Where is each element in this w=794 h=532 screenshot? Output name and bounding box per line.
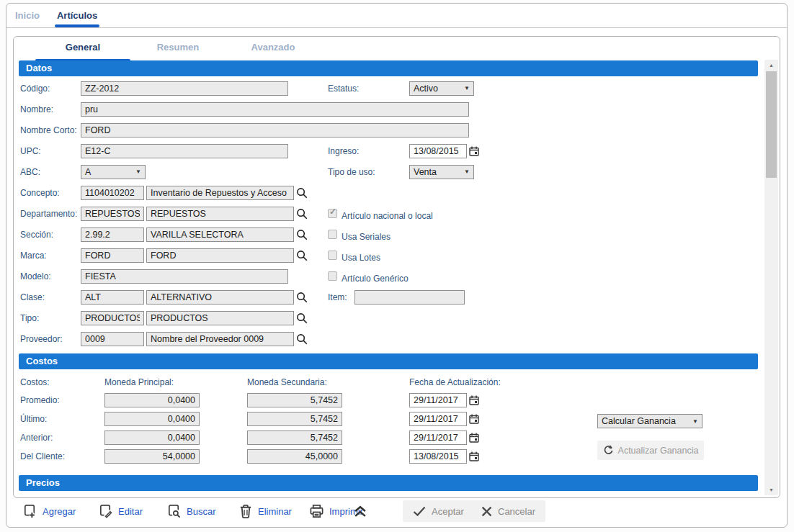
tipo-label: Tipo: [20,313,81,323]
cost-principal-input[interactable] [104,393,200,407]
nombre-corto-input[interactable] [81,123,469,137]
search-icon[interactable] [296,312,308,324]
dropdown-arrow-icon: ▼ [692,418,698,425]
abc-select[interactable]: A ▼ [81,165,146,179]
proveedor-name-input[interactable] [146,332,294,346]
seccion-label: Sección: [20,230,81,240]
seccion-name-input[interactable] [146,227,294,242]
search-icon[interactable] [296,187,308,199]
calendar-icon[interactable] [469,395,479,405]
tab-inicio[interactable]: Inicio [15,10,40,21]
checkbox-box[interactable] [328,251,337,260]
subtab-resumen[interactable]: Resumen [130,42,226,58]
proveedor-label: Proveedor: [20,334,81,344]
departamento-code-input[interactable] [81,207,144,221]
item-label: Item: [328,292,347,302]
aceptar-button[interactable]: Aceptar [403,500,474,522]
checkbox-usa-lotes[interactable]: Usa Lotes [328,251,380,261]
ingreso-date-input[interactable] [409,144,467,158]
buscar-label: Buscar [187,506,215,517]
tab-articulos[interactable]: Artículos [57,10,97,21]
agregar-button[interactable]: Agregar [22,504,76,519]
upc-input[interactable] [81,144,288,158]
clase-code-input[interactable] [81,290,144,305]
cost-date-input[interactable] [409,393,467,407]
cost-date-input[interactable] [409,412,467,426]
actualizar-ganancia-button[interactable]: Actualizar Ganancia [597,441,704,460]
search-icon[interactable] [296,250,308,261]
tipo-uso-select[interactable]: Venta ▼ [409,165,474,179]
subtab-general[interactable]: General [35,42,130,58]
calcular-ganancia-select[interactable]: Calcular Ganancia ▼ [597,414,702,428]
aceptar-label: Aceptar [432,506,464,517]
cost-principal-input[interactable] [104,449,200,464]
cost-secundaria-input[interactable] [247,412,342,426]
agregar-label: Agregar [43,506,76,517]
item-input[interactable] [354,290,465,305]
search-document-icon [166,504,182,519]
cost-row-label: Del Cliente: [20,451,104,461]
cost-row-label: Anterior: [20,433,104,443]
printer-icon [309,504,324,518]
scroll-down-icon[interactable]: ▼ [764,485,778,495]
sub-tabbar: General Resumen Avanzado [14,37,780,58]
collapse-toolbar-button[interactable] [352,505,368,518]
editar-button[interactable]: Editar [98,504,143,519]
concepto-code-input[interactable] [81,186,144,200]
clase-name-input[interactable] [146,290,294,305]
cost-date-input[interactable] [409,449,467,464]
subtab-avanzado[interactable]: Avanzado [226,42,321,58]
tipo-code-input[interactable] [81,311,144,325]
checkbox-usa-seriales[interactable]: Usa Seriales [328,230,391,240]
row-modelo: Modelo: Artículo Genérico [14,266,780,287]
cost-secundaria-input[interactable] [247,449,342,464]
checkbox-box[interactable] [328,271,337,281]
checkbox-box[interactable]: ✓ [328,209,337,218]
nombre-input[interactable] [81,102,469,117]
search-icon[interactable] [296,229,308,240]
calcular-ganancia-value: Calcular Ganancia [602,416,676,426]
nombre-corto-label: Nombre Corto: [20,125,81,135]
scrollbar-thumb[interactable] [766,71,777,178]
cost-secundaria-input[interactable] [247,393,342,407]
marca-name-input[interactable] [146,248,294,263]
concepto-name-input[interactable] [146,186,294,200]
nombre-label: Nombre: [20,104,81,114]
calendar-icon[interactable] [469,451,479,461]
proveedor-code-input[interactable] [81,332,144,346]
marca-label: Marca: [20,251,81,261]
row-upc: UPC: Ingreso: [14,140,780,161]
marca-code-input[interactable] [81,248,144,263]
costos-col-principal: Moneda Principal: [104,377,247,387]
search-icon[interactable] [296,292,308,303]
tipo-name-input[interactable] [146,311,294,325]
checkbox-articulo-nacional[interactable]: ✓ Artículo nacional o local [328,209,433,219]
cost-principal-input[interactable] [104,430,200,445]
cancelar-button[interactable]: Cancelar [471,500,545,522]
row-marca: Marca: Usa Lotes [14,245,780,266]
calendar-icon[interactable] [469,414,479,424]
departamento-name-input[interactable] [146,207,294,221]
clase-label: Clase: [20,292,81,302]
vertical-scrollbar[interactable]: ▲ ▼ [764,60,778,495]
modelo-input[interactable] [81,269,288,284]
cost-date-input[interactable] [409,430,467,445]
seccion-code-input[interactable] [81,227,144,242]
tipo-uso-value: Venta [414,167,437,177]
codigo-label: Código: [20,84,81,94]
scroll-up-icon[interactable]: ▲ [764,60,778,70]
checkbox-articulo-generico[interactable]: Artículo Genérico [328,271,409,281]
checkbox-label: Artículo Genérico [342,274,409,284]
eliminar-button[interactable]: Eliminar [238,504,292,519]
search-icon[interactable] [296,208,308,220]
estatus-select[interactable]: Activo ▼ [409,81,474,96]
checkbox-box[interactable] [328,230,337,239]
cost-secundaria-input[interactable] [247,430,342,445]
codigo-input[interactable] [81,81,288,96]
search-icon[interactable] [296,333,308,345]
cost-principal-input[interactable] [104,412,200,426]
calendar-icon[interactable] [469,146,479,156]
trash-icon [238,504,253,519]
buscar-button[interactable]: Buscar [166,504,215,519]
calendar-icon[interactable] [469,433,479,443]
